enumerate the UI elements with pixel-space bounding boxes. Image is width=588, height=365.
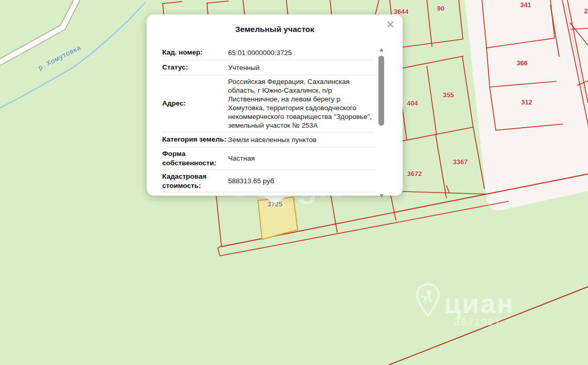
- row-value: 588313.65 руб: [228, 177, 375, 185]
- row-cadastral-value: Кадастровая стоимость: 588313.65 руб: [162, 170, 375, 193]
- row-value: Частная: [228, 154, 375, 163]
- row-ownership-form: Форма собственности: Частная: [162, 147, 375, 170]
- row-label: Статус:: [162, 63, 228, 72]
- brand-watermark-text: циан: [444, 289, 514, 317]
- row-label: Адрес:: [162, 99, 228, 108]
- row-label: Кадастровая стоимость:: [162, 172, 228, 190]
- row-label: Кад. номер:: [162, 48, 228, 57]
- row-value: Российская Федерация, Сахалинская област…: [228, 77, 375, 130]
- popup-scrollbar[interactable]: ▲ ▼: [378, 45, 385, 201]
- row-land-category: Категория земель: Земли населенных пункт…: [162, 132, 375, 147]
- row-value: 65:01:0000000:3725: [228, 48, 375, 57]
- row-cadastral-number: Кад. номер: 65:01:0000000:3725: [162, 45, 375, 60]
- row-label: Категория земель:: [162, 135, 228, 144]
- brand-watermark: циан 3671027: [415, 282, 539, 334]
- row-status: Статус: Учтенный: [162, 60, 375, 75]
- scroll-up-icon[interactable]: ▲: [378, 46, 385, 53]
- brand-watermark-number: 3671027: [454, 316, 501, 328]
- map-stage: Google 3644 90 341 2 366 312 355 404 336…: [0, 0, 588, 365]
- row-value: Земли населенных пунктов: [228, 135, 375, 144]
- popup-rows: Кад. номер: 65:01:0000000:3725 Статус: У…: [162, 45, 375, 193]
- parcel-info-popup: × Земельный участок Кад. номер: 65:01:00…: [147, 14, 403, 196]
- row-address: Адрес: Российская Федерация, Сахалинская…: [162, 75, 375, 132]
- popup-callout-tail: [262, 195, 288, 203]
- row-label: Форма собственности:: [162, 149, 228, 167]
- popup-title: Земельный участок: [147, 14, 403, 34]
- close-icon[interactable]: ×: [384, 15, 397, 34]
- row-value: Учтенный: [228, 63, 375, 72]
- brand-pin-icon: [415, 282, 441, 321]
- scroll-thumb[interactable]: [378, 56, 384, 126]
- scroll-down-icon[interactable]: ▼: [378, 193, 385, 199]
